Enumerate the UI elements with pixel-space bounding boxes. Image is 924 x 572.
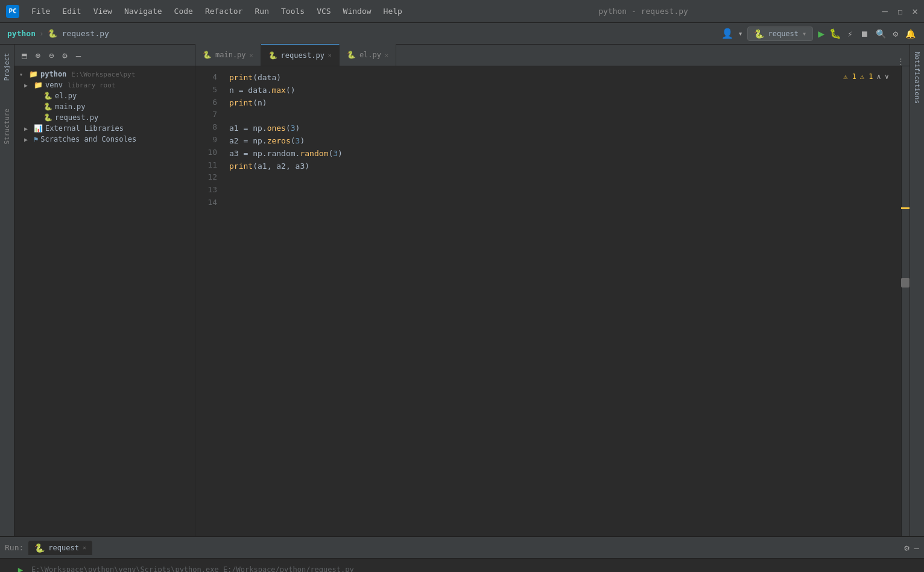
run-again-button[interactable]: ▶ [18, 565, 23, 572]
tree-file-request-name: request.py [55, 113, 98, 122]
bottom-panel: Run: 🐍 request ✕ ⚙ — ▶ ↑ ↓ ⏹ ↩ ⬆ 🖨 🗑 E:\… [0, 536, 924, 572]
project-sidebar-toggle[interactable]: Project [3, 48, 11, 86]
tree-root[interactable]: ▾ 📁 python E:\Workspace\pyt [14, 69, 195, 80]
run-config-dropdown[interactable]: 🐍 request ▾ [747, 27, 813, 41]
debug-button[interactable]: 🐛 [829, 28, 841, 39]
code-line-14 [229, 198, 901, 210]
panel-settings-icon[interactable]: ⬒ [19, 49, 29, 61]
tree-venv[interactable]: ▶ 📁 venv library root [14, 80, 195, 90]
terminal-output: E:\Workspace\python\venv\Scripts\python.… [31, 564, 919, 572]
tree-venv-name: venv [45, 81, 63, 89]
close-button[interactable]: ✕ [912, 5, 918, 17]
tab-close-icon[interactable]: ✕ [385, 52, 388, 58]
tree-file-request[interactable]: ▶ 🐍 request.py [14, 112, 195, 123]
nav-right: 👤 ▾ 🐍 request ▾ ▶ 🐛 ⚡ ⏹ 🔍 ⚙ 🔔 [721, 27, 917, 41]
code-line-12 [229, 172, 901, 185]
code-line-6: print(n) [229, 96, 901, 109]
run-minimize-icon[interactable]: — [914, 543, 919, 553]
tree-scratches[interactable]: ▶ ⚑ Scratches and Consoles [14, 134, 195, 145]
menu-run[interactable]: Run [253, 5, 271, 17]
run-label: Run: [5, 543, 24, 552]
tab-label: main.py [215, 51, 246, 59]
breadcrumb-root[interactable]: python [7, 29, 36, 38]
tab-close-icon[interactable]: ✕ [328, 52, 332, 58]
breadcrumb-file[interactable]: 🐍 request.py [48, 29, 109, 38]
tab-request-py[interactable]: 🐍 request.py ✕ [261, 44, 340, 66]
tree-root-path: E:\Workspace\pyt [71, 71, 135, 78]
notifications-button[interactable]: 🔔 [904, 28, 917, 40]
warning-nav-up[interactable]: ∧ [877, 71, 881, 83]
menu-code[interactable]: Code [172, 5, 195, 17]
notifications-label[interactable]: Notifications [913, 47, 921, 108]
tree-ext-libs[interactable]: ▶ 📊 External Libraries [14, 123, 195, 134]
panel-close-icon[interactable]: — [74, 49, 83, 61]
scrollbar-thumb[interactable] [901, 278, 910, 288]
code-content[interactable]: ⚠ 1 ⚠ 1 ∧ ∨ print(data) n = data.max() p… [224, 66, 901, 536]
menu-edit[interactable]: Edit [60, 5, 83, 17]
window-title: python - request.py [598, 7, 688, 16]
warning-badge-1: ⚠ 1 [843, 71, 856, 83]
account-icon[interactable]: 👤 [721, 28, 733, 39]
tree-expand-arrow: ▶ [24, 82, 31, 89]
tree-ext-libs-name: External Libraries [45, 124, 124, 133]
code-line-7 [229, 109, 901, 122]
account-chevron-icon[interactable]: ▾ [738, 29, 743, 38]
structure-sidebar-toggle[interactable]: Structure [3, 104, 11, 149]
search-button[interactable]: 🔍 [875, 28, 887, 40]
menu-tools[interactable]: Tools [279, 5, 307, 17]
run-settings-icon[interactable]: ⚙ [904, 543, 909, 553]
run-toolbar: Run: 🐍 request ✕ ⚙ — [0, 537, 924, 559]
notifications-strip: Notifications [910, 45, 924, 536]
warning-nav-down[interactable]: ∨ [885, 71, 889, 83]
tab-bar: 🐍 main.py ✕ 🐍 request.py ✕ 🐍 el.py ✕ ⋮ [195, 45, 910, 66]
menu-navigate[interactable]: Navigate [122, 5, 165, 17]
panel-gear-icon[interactable]: ⚙ [60, 49, 69, 61]
panel-collapse-icon[interactable]: ⊖ [46, 49, 56, 61]
stop-button[interactable]: ⏹ [859, 28, 870, 40]
code-line-10: a3 = np.random.random(3) [229, 147, 901, 160]
profile-button[interactable]: ⚡ [846, 28, 853, 40]
tab-icon: 🐍 [347, 51, 356, 59]
tab-label: request.py [281, 51, 324, 60]
code-line-5: n = data.max() [229, 84, 901, 96]
run-config-label: request [768, 30, 799, 38]
tab-icon: 🐍 [203, 51, 212, 59]
panel-expand-icon[interactable]: ⊕ [33, 49, 42, 61]
project-panel: ⬒ ⊕ ⊖ ⚙ — ▾ 📁 python E:\Workspace\pyt ▶ … [14, 45, 195, 536]
folder-icon: 📁 [34, 81, 43, 89]
menu-window[interactable]: Window [341, 5, 374, 17]
python-file-icon: 🐍 [43, 102, 52, 111]
tree-file-main[interactable]: ▶ 🐍 main.py [14, 101, 195, 112]
tree-expand-arrow: ▶ [24, 136, 31, 143]
tree-scratches-name: Scratches and Consoles [40, 135, 136, 143]
menu-help[interactable]: Help [381, 5, 405, 17]
settings-button[interactable]: ⚙ [892, 28, 899, 40]
minimize-button[interactable]: — [882, 5, 888, 17]
menu-bar: File Edit View Navigate Code Refactor Ru… [29, 5, 405, 17]
run-config-chevron-icon: ▾ [802, 30, 806, 38]
menu-view[interactable]: View [91, 5, 115, 17]
tab-close-icon[interactable]: ✕ [250, 52, 253, 58]
tab-overflow-icon[interactable]: ⋮ [892, 57, 910, 66]
tab-main-py[interactable]: 🐍 main.py ✕ [195, 44, 261, 66]
tree-file-el-name: el.py [55, 92, 77, 100]
tree-expand-arrow: ▶ [24, 125, 31, 132]
maximize-button[interactable]: ☐ [897, 7, 902, 16]
menu-file[interactable]: File [29, 5, 52, 17]
run-tab[interactable]: 🐍 request ✕ [28, 541, 92, 555]
tab-icon: 🐍 [268, 51, 277, 60]
tree-file-el[interactable]: ▶ 🐍 el.py [14, 90, 195, 101]
code-line-8: a1 = np.ones(3) [229, 122, 901, 134]
tree-root-name: python [40, 70, 66, 78]
file-tree: ▾ 📁 python E:\Workspace\pyt ▶ 📁 venv lib… [14, 66, 195, 536]
scrollbar-gutter [901, 66, 910, 536]
tree-file-main-name: main.py [55, 102, 86, 111]
tab-el-py[interactable]: 🐍 el.py ✕ [340, 44, 396, 66]
run-button[interactable]: ▶ [818, 27, 824, 40]
menu-refactor[interactable]: Refactor [203, 5, 245, 17]
scratches-icon: ⚑ [34, 135, 38, 143]
menu-vcs[interactable]: VCS [314, 5, 333, 17]
run-tab-close-icon[interactable]: ✕ [83, 544, 86, 551]
title-bar: PC File Edit View Navigate Code Refactor… [0, 0, 924, 23]
code-line-11: print(a1, a2, a3) [229, 160, 901, 172]
